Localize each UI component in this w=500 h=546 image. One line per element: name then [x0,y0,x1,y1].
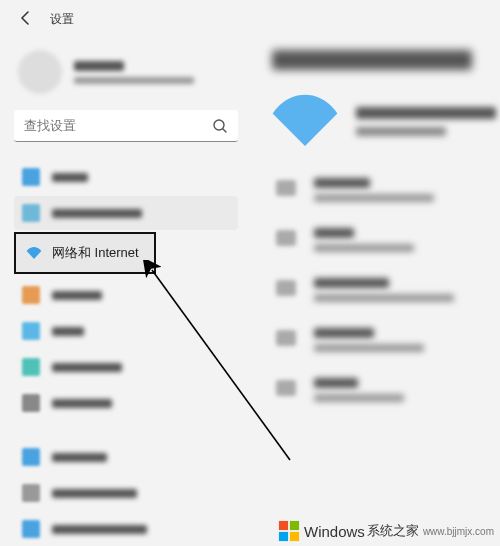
windows-logo-icon [278,520,300,542]
sidebar-item-bluetooth[interactable] [14,196,238,230]
sidebar-item-network[interactable]: 网络和 Internet [14,232,156,274]
sidebar-item-personalization[interactable] [14,278,238,312]
svg-rect-5 [290,532,299,541]
row-icon [276,180,296,196]
header-title: 设置 [50,11,74,28]
row-icon [276,380,296,396]
watermark: Windows 系统之家 www.bjjmjx.com [278,520,494,542]
search-input[interactable] [14,110,238,142]
row-icon [276,330,296,346]
sidebar-item-system[interactable] [14,160,238,194]
svg-rect-3 [290,521,299,530]
content-area [246,38,500,546]
network-status-card[interactable] [272,92,500,150]
row-icon [276,280,296,296]
sidebar-item-privacy[interactable] [14,512,238,546]
watermark-url: www.bjjmjx.com [423,526,494,537]
search-icon [212,118,228,134]
sidebar: 网络和 Internet [0,38,246,546]
back-button[interactable] [18,10,34,29]
setting-row[interactable] [272,228,500,252]
page-title-blurred [272,50,472,70]
setting-row[interactable] [272,178,500,202]
setting-row[interactable] [272,278,500,302]
row-icon [276,230,296,246]
avatar [18,50,62,94]
wifi-large-icon [272,92,356,150]
sidebar-item-accounts[interactable] [14,350,238,384]
sidebar-item-time[interactable] [14,386,238,420]
header: 设置 [0,0,500,38]
account-section[interactable] [14,48,238,96]
watermark-brand: Windows [304,523,365,540]
watermark-suffix: 系统之家 [367,522,419,540]
nav-list: 网络和 Internet [14,160,238,546]
network-status-blurred [356,127,446,136]
svg-point-0 [214,120,224,130]
wifi-icon [26,245,42,261]
svg-rect-4 [279,532,288,541]
setting-row[interactable] [272,328,500,352]
search-wrap [14,110,238,142]
sidebar-item-accessibility[interactable] [14,476,238,510]
setting-row[interactable] [272,378,500,402]
network-name-blurred [356,107,496,119]
svg-rect-2 [279,521,288,530]
account-name-blurred [74,61,124,71]
sidebar-item-apps[interactable] [14,314,238,348]
sidebar-item-label: 网络和 Internet [52,244,139,262]
sidebar-item-gaming[interactable] [14,440,238,474]
account-email-blurred [74,77,194,84]
